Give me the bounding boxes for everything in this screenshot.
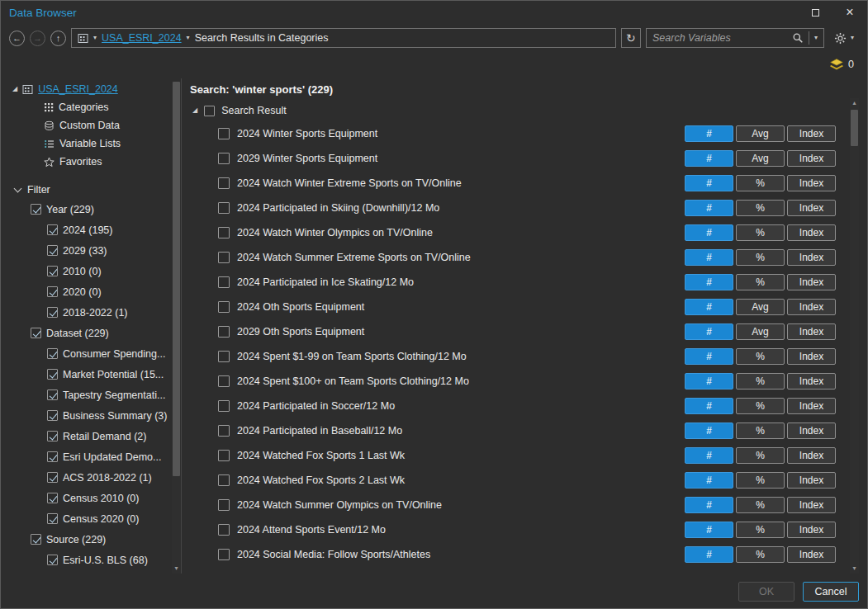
- group-checkbox[interactable]: [204, 106, 215, 116]
- filter-section-header[interactable]: Filter: [11, 181, 168, 199]
- checkbox[interactable]: [47, 431, 58, 441]
- sidebar-scrollbar[interactable]: ▾: [172, 82, 181, 574]
- filter-item-esri-0[interactable]: Esri (0...: [11, 570, 168, 574]
- index-format-button[interactable]: Index: [787, 373, 836, 389]
- filter-item-tapestry-segmentati[interactable]: Tapestry Segmentati...: [11, 385, 168, 405]
- index-format-button[interactable]: Index: [787, 472, 836, 489]
- percent-avg-format-button[interactable]: %: [736, 249, 785, 266]
- checkbox[interactable]: [218, 524, 230, 536]
- percent-avg-format-button[interactable]: %: [736, 274, 785, 290]
- up-button[interactable]: ↑: [50, 31, 66, 46]
- index-format-button[interactable]: Index: [787, 497, 836, 513]
- checkbox[interactable]: [47, 224, 58, 235]
- sidebar-root-item[interactable]: ◢ USA_ESRI_2024: [11, 80, 168, 98]
- close-button[interactable]: ×: [832, 1, 867, 24]
- checkbox[interactable]: [218, 202, 230, 214]
- count-format-button[interactable]: #: [685, 472, 733, 489]
- index-format-button[interactable]: Index: [787, 299, 836, 315]
- count-format-button[interactable]: #: [685, 447, 733, 464]
- filter-item-2010-0[interactable]: 2010 (0): [11, 261, 168, 281]
- count-format-button[interactable]: #: [685, 323, 733, 340]
- percent-avg-format-button[interactable]: %: [736, 497, 785, 513]
- filter-item-business-summary-3[interactable]: Business Summary (3): [11, 405, 168, 426]
- count-format-button[interactable]: #: [685, 423, 733, 439]
- scrollbar-thumb[interactable]: [851, 110, 858, 146]
- sidebar-item-variable-lists[interactable]: Variable Lists: [11, 135, 168, 153]
- count-format-button[interactable]: #: [685, 348, 733, 365]
- filter-item-acs-2018-2022-1[interactable]: ACS 2018-2022 (1): [11, 467, 168, 488]
- count-format-button[interactable]: #: [685, 373, 733, 389]
- filter-group-dataset-229[interactable]: Dataset (229): [11, 323, 168, 343]
- count-format-button[interactable]: #: [685, 200, 733, 216]
- checkbox[interactable]: [218, 425, 230, 437]
- search-icon[interactable]: [792, 32, 804, 44]
- index-format-button[interactable]: Index: [787, 175, 836, 191]
- checkbox[interactable]: [47, 555, 58, 565]
- checkbox[interactable]: [31, 328, 41, 338]
- checkbox[interactable]: [218, 128, 230, 139]
- percent-avg-format-button[interactable]: %: [736, 373, 785, 389]
- percent-avg-format-button[interactable]: Avg: [736, 299, 785, 315]
- count-format-button[interactable]: #: [685, 274, 733, 290]
- percent-avg-format-button[interactable]: %: [736, 224, 785, 241]
- index-format-button[interactable]: Index: [787, 423, 836, 439]
- checkbox[interactable]: [47, 451, 58, 462]
- checkbox[interactable]: [47, 493, 58, 503]
- filter-item-retail-demand-2[interactable]: Retail Demand (2): [11, 426, 168, 446]
- count-format-button[interactable]: #: [685, 125, 733, 142]
- ok-button[interactable]: OK: [738, 582, 794, 602]
- sidebar-item-custom-data[interactable]: Custom Data: [11, 116, 168, 135]
- checkbox[interactable]: [31, 204, 41, 215]
- breadcrumb[interactable]: ▾ USA_ESRI_2024 ▾ Search Results in Cate…: [71, 28, 616, 48]
- chevron-down-icon[interactable]: ▾: [814, 35, 818, 41]
- percent-avg-format-button[interactable]: %: [736, 348, 785, 365]
- index-format-button[interactable]: Index: [787, 546, 836, 563]
- count-format-button[interactable]: #: [685, 249, 733, 266]
- sidebar-item-categories[interactable]: Categories: [11, 98, 168, 116]
- scrollbar-thumb[interactable]: [173, 82, 180, 476]
- index-format-button[interactable]: Index: [787, 249, 836, 266]
- index-format-button[interactable]: Index: [787, 125, 836, 142]
- index-format-button[interactable]: Index: [787, 274, 836, 290]
- expander-icon[interactable]: ◢: [12, 86, 17, 92]
- checkbox[interactable]: [218, 153, 230, 164]
- index-format-button[interactable]: Index: [787, 348, 836, 365]
- checkbox[interactable]: [218, 499, 230, 511]
- forward-button[interactable]: →: [30, 31, 45, 46]
- percent-avg-format-button[interactable]: %: [736, 175, 785, 191]
- search-box[interactable]: ▾: [646, 28, 824, 48]
- checkbox[interactable]: [47, 348, 58, 359]
- index-format-button[interactable]: Index: [787, 224, 836, 241]
- count-format-button[interactable]: #: [685, 175, 733, 191]
- scroll-up-icon[interactable]: ▴: [850, 98, 859, 108]
- filter-group-year-229[interactable]: Year (229): [11, 199, 168, 220]
- percent-avg-format-button[interactable]: %: [736, 522, 785, 538]
- checkbox[interactable]: [218, 351, 230, 362]
- checkbox[interactable]: [218, 450, 230, 461]
- percent-avg-format-button[interactable]: Avg: [736, 150, 785, 167]
- settings-menu-button[interactable]: ▾: [829, 32, 859, 45]
- percent-avg-format-button[interactable]: Avg: [736, 323, 785, 340]
- checkbox[interactable]: [47, 389, 58, 400]
- percent-avg-format-button[interactable]: Avg: [736, 125, 785, 142]
- filter-item-consumer-spending[interactable]: Consumer Spending...: [11, 343, 168, 364]
- count-format-button[interactable]: #: [685, 497, 733, 513]
- checkbox[interactable]: [218, 252, 230, 263]
- checkbox[interactable]: [218, 227, 230, 238]
- index-format-button[interactable]: Index: [787, 447, 836, 464]
- filter-item-2024-195[interactable]: 2024 (195): [11, 220, 168, 240]
- filter-item-esri-updated-demo[interactable]: Esri Updated Demo...: [11, 446, 168, 467]
- percent-avg-format-button[interactable]: %: [736, 423, 785, 439]
- filter-item-2018-2022-1[interactable]: 2018-2022 (1): [11, 302, 168, 323]
- breadcrumb-root-link[interactable]: USA_ESRI_2024: [102, 32, 182, 44]
- percent-avg-format-button[interactable]: %: [736, 200, 785, 216]
- index-format-button[interactable]: Index: [787, 150, 836, 167]
- percent-avg-format-button[interactable]: %: [736, 447, 785, 464]
- expander-icon[interactable]: ◢: [192, 107, 197, 114]
- checkbox[interactable]: [47, 369, 58, 380]
- index-format-button[interactable]: Index: [787, 398, 836, 414]
- count-format-button[interactable]: #: [685, 299, 733, 315]
- count-format-button[interactable]: #: [685, 522, 733, 538]
- filter-item-census-2020-0[interactable]: Census 2020 (0): [11, 508, 168, 529]
- checkbox[interactable]: [47, 245, 58, 256]
